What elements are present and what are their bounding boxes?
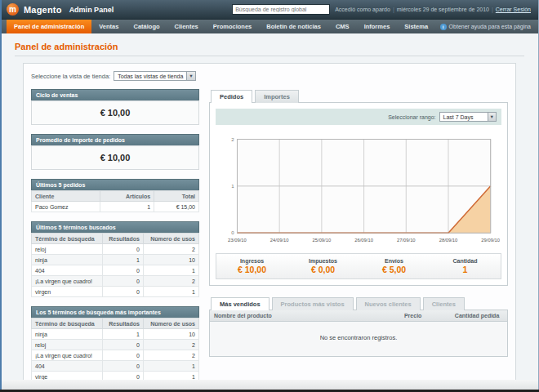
- chart-tabs: PedidosImportes: [209, 89, 508, 103]
- stat-label: Cantidad: [430, 258, 501, 264]
- chevron-down-icon: ▼: [488, 113, 496, 121]
- logout-link[interactable]: Cerrar Sesión: [496, 7, 531, 12]
- widget-title: Últimos 5 términos buscados: [31, 221, 199, 233]
- table-cell: 10: [143, 255, 198, 265]
- table-cell: ninja: [32, 329, 103, 340]
- nav-item-8[interactable]: Sistema: [397, 20, 435, 33]
- table-row[interactable]: reloj02: [32, 340, 199, 350]
- products-grid: Nombre del productoPrecioCantidad pedida…: [210, 310, 507, 356]
- stat-3: Cantidad1: [430, 258, 501, 274]
- table-cell: 10: [143, 329, 198, 340]
- chevron-down-icon: ▼: [186, 72, 194, 80]
- column-header: Precio: [400, 310, 451, 322]
- stat-value: 1: [430, 265, 501, 274]
- page-title: Panel de administración: [15, 42, 524, 51]
- table-row[interactable]: 40401: [32, 265, 199, 276]
- brand-title: Magento: [24, 5, 62, 15]
- table-cell: 0: [103, 276, 144, 287]
- column-header: Nombre del producto: [210, 310, 400, 322]
- empty-row: No se encontraron registros.: [210, 322, 507, 357]
- range-select[interactable]: Last 7 Days ▼: [439, 112, 497, 122]
- column-header: Cliente: [32, 191, 100, 202]
- table-cell: 404: [32, 361, 103, 372]
- table-row[interactable]: ¡La virgen que cuadro!02: [32, 350, 199, 361]
- orders-chart: 01223/09/1024/09/1025/09/1026/09/1027/09…: [217, 133, 500, 247]
- table-cell: 1: [143, 265, 198, 276]
- stat-label: Envíos: [359, 258, 430, 264]
- nav-item-2[interactable]: Catálogo: [126, 20, 167, 33]
- tab-productos-m-s-vistos: Productos más vistos: [272, 297, 354, 310]
- nav-item-0[interactable]: Panel de administración: [7, 20, 91, 33]
- grid-panel: Nombre del productoPrecioCantidad pedida…: [209, 310, 508, 357]
- nav-item-6[interactable]: CMS: [328, 20, 357, 33]
- stat-value: € 5,00: [359, 265, 430, 274]
- last-orders-table: ClienteArtículosTotalPaco Gomez1€ 15,00: [31, 190, 199, 212]
- widget-title: Promedio de importe de pedidos: [31, 134, 199, 145]
- last-search-table: Término de búsquedaResultadosNúmero de u…: [31, 233, 199, 297]
- column-header: Resultados: [103, 234, 144, 244]
- table-cell: ¡La virgen que cuadro!: [32, 350, 103, 361]
- current-date: miércoles 29 de septiembre de 2010: [397, 7, 489, 12]
- table-cell: 2: [143, 350, 198, 361]
- nav-item-5[interactable]: Boletín de noticias: [259, 20, 328, 33]
- nav-item-7[interactable]: Informes: [357, 20, 398, 33]
- table-cell: reloj: [32, 340, 103, 350]
- column-header: Término de búsqueda: [32, 318, 103, 329]
- grid-tabs: Más vendidosProductos más vistosNuevos c…: [209, 296, 508, 310]
- table-row[interactable]: ninja110: [32, 329, 199, 340]
- column-header: Número de usos: [143, 234, 198, 244]
- brand-subtitle: Admin Panel: [69, 6, 114, 14]
- widget-title: Los 5 términos de búsqueda más important…: [31, 306, 199, 318]
- table-cell: 2: [143, 276, 198, 287]
- left-column: Ciclo de ventas € 10,00 Promedio de impo…: [31, 89, 199, 391]
- svg-text:23/09/10: 23/09/10: [228, 238, 247, 243]
- table-cell: 0: [103, 265, 144, 276]
- grid-head: Nombre del productoPrecioCantidad pedida: [210, 310, 507, 322]
- header: m Magento Admin Panel Accedió como apard…: [0, 0, 539, 20]
- search-input[interactable]: [232, 4, 330, 15]
- stat-2: Envíos€ 5,00: [359, 258, 430, 274]
- table-cell: 2: [143, 340, 198, 350]
- table-cell: 2: [143, 244, 198, 255]
- table-row[interactable]: 40401: [32, 361, 199, 372]
- tab-pedidos[interactable]: Pedidos: [211, 90, 252, 103]
- bottom-grids: Más vendidosProductos más vistosNuevos c…: [209, 296, 508, 357]
- table-row[interactable]: reloj02: [32, 244, 199, 255]
- dashboard-panel: Seleccione la vista de tienda: Todas las…: [23, 63, 516, 392]
- svg-text:27/09/10: 27/09/10: [397, 238, 416, 243]
- table-cell: 404: [32, 265, 103, 276]
- average-orders-value: € 10,00: [31, 145, 199, 170]
- stat-value: € 10,00: [216, 265, 287, 274]
- nav-item-3[interactable]: Clientes: [167, 20, 206, 33]
- average-orders-widget: Promedio de importe de pedidos € 10,00: [31, 134, 199, 170]
- table-cell: Paco Gomez: [32, 202, 100, 212]
- lifetime-sales-value: € 10,00: [31, 100, 199, 125]
- svg-text:25/09/10: 25/09/10: [313, 238, 332, 243]
- table-row[interactable]: Paco Gomez1€ 15,00: [32, 202, 199, 212]
- lifetime-sales-widget: Ciclo de ventas € 10,00: [31, 89, 199, 125]
- tab-importes[interactable]: Importes: [255, 90, 299, 103]
- table-row[interactable]: ninja110: [32, 255, 199, 265]
- help-link[interactable]: i Obtener ayuda para esta página: [440, 20, 531, 33]
- svg-text:24/09/10: 24/09/10: [270, 238, 289, 243]
- table-cell: virgen: [32, 287, 103, 297]
- magento-logo-icon: m: [7, 3, 19, 16]
- store-view-select[interactable]: Todas las vistas de tienda ▼: [114, 71, 196, 81]
- table-row[interactable]: ¡La virgen que cuadro!02: [32, 276, 199, 287]
- column-header: Total: [154, 191, 199, 202]
- table-cell: ¡La virgen que cuadro!: [32, 276, 103, 287]
- top-search-widget: Los 5 términos de búsqueda más important…: [31, 306, 199, 382]
- table-header-row: Término de búsquedaResultadosNúmero de u…: [32, 234, 199, 244]
- table-cell: ninja: [32, 255, 103, 265]
- tab-m-s-vendidos[interactable]: Más vendidos: [211, 297, 270, 310]
- stat-label: Ingresos: [216, 258, 287, 264]
- nav-item-1[interactable]: Ventas: [91, 20, 126, 33]
- nav-item-4[interactable]: Promociones: [206, 20, 260, 33]
- svg-text:0: 0: [231, 229, 234, 235]
- right-column: PedidosImportes Seleccionar rango: Last …: [209, 89, 508, 357]
- separator: |: [492, 7, 493, 12]
- grid-header-row: Nombre del productoPrecioCantidad pedida: [210, 310, 507, 322]
- table-row[interactable]: virgen01: [32, 287, 199, 297]
- window-edge-left: [0, 0, 2, 392]
- stat-value: € 0,00: [287, 265, 359, 274]
